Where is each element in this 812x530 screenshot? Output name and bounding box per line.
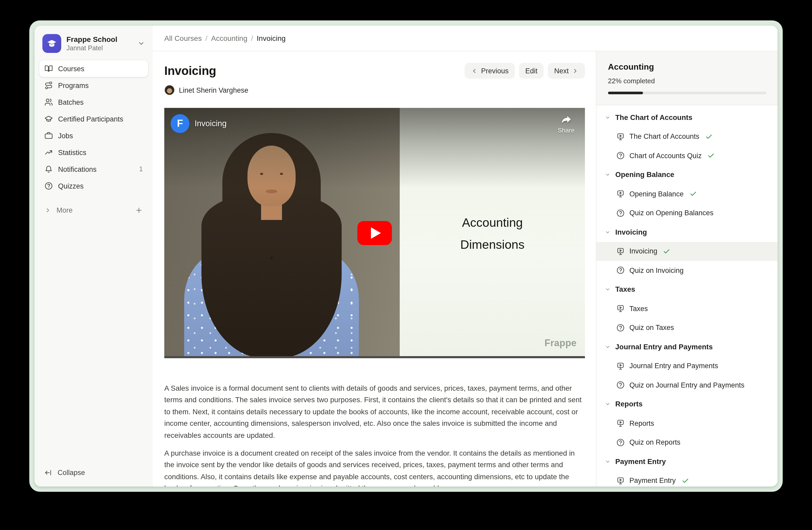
chevron-down-icon [605, 344, 611, 350]
lesson-item-quiz-on-journal-entry-and-payments[interactable]: Quiz on Journal Entry and Payments [596, 376, 778, 395]
page-title: Invoicing [164, 63, 216, 79]
monitor-play-icon [616, 132, 625, 141]
play-button[interactable] [357, 221, 392, 245]
monitor-play-icon [616, 247, 625, 255]
breadcrumb: All Courses / Accounting / Invoicing [153, 26, 778, 51]
lesson-item-invoicing[interactable]: Invoicing [596, 242, 778, 261]
monitor-play-icon [616, 419, 625, 428]
school-logo [42, 34, 61, 53]
chevron-right-icon [572, 67, 579, 74]
workspace-user: Jannat Patel [67, 44, 117, 52]
breadcrumb-separator: / [251, 34, 253, 42]
notification-badge: 1 [139, 166, 143, 173]
outline-header: Accounting 22% completed [596, 51, 778, 105]
more-label: More [57, 206, 73, 214]
lesson-content: Invoicing Previous Edit Nex [153, 51, 596, 487]
play-icon [371, 227, 381, 239]
check-icon [707, 152, 715, 159]
check-icon [705, 133, 712, 140]
sidebar-menu: Courses Programs Batches Certified Parti… [39, 60, 148, 194]
chapter-header[interactable]: Journal Entry and Payments [596, 337, 778, 357]
sidebar-item-programs[interactable]: Programs [39, 77, 148, 94]
sidebar-item-batches[interactable]: Batches [39, 94, 148, 111]
quiz-icon [616, 324, 625, 332]
chapter-header[interactable]: Taxes [596, 280, 778, 299]
plus-icon[interactable] [135, 206, 143, 214]
monitor-play-icon [616, 190, 625, 198]
left-sidebar: Frappe School Jannat Patel Courses Progr… [34, 26, 153, 487]
outline-chapter-journal-entry-and-payments: Journal Entry and Payments Journal Entry… [596, 337, 778, 395]
lesson-item-quiz-on-reports[interactable]: Quiz on Reports [596, 433, 778, 452]
check-icon [681, 477, 689, 485]
video-watermark: Frappe [545, 338, 577, 349]
app-window: Frappe School Jannat Patel Courses Progr… [34, 26, 778, 487]
book-open-icon [44, 65, 53, 73]
sidebar-item-notifications[interactable]: Notifications 1 [39, 161, 148, 178]
sidebar-item-certified-participants[interactable]: Certified Participants [39, 111, 148, 127]
outline-chapter-payment-entry: Payment Entry Payment Entry [596, 452, 778, 487]
edit-button[interactable]: Edit [519, 63, 544, 79]
lesson-item-quiz-on-opening-balances[interactable]: Quiz on Opening Balances [596, 204, 778, 223]
collapse-label: Collapse [58, 469, 85, 476]
lesson-item-the-chart-of-accounts[interactable]: The Chart of Accounts [596, 127, 778, 146]
route-icon [44, 81, 53, 89]
share-button[interactable]: Share [558, 115, 575, 134]
chapter-header[interactable]: The Chart of Accounts [596, 108, 778, 127]
lesson-item-chart-of-accounts-quiz[interactable]: Chart of Accounts Quiz [596, 146, 778, 165]
chevron-right-icon [44, 207, 51, 213]
lesson-item-journal-entry-and-payments[interactable]: Journal Entry and Payments [596, 357, 778, 376]
quiz-icon [616, 209, 625, 217]
lesson-item-reports[interactable]: Reports [596, 414, 778, 433]
progress-fill [608, 92, 643, 94]
lesson-item-opening-balance[interactable]: Opening Balance [596, 184, 778, 204]
author-name: Linet Sherin Varghese [179, 86, 248, 94]
trending-up-icon [44, 148, 53, 157]
sidebar-item-quizzes[interactable]: Quizzes [39, 178, 148, 194]
desktop-background: Frappe School Jannat Patel Courses Progr… [0, 0, 812, 530]
check-icon [689, 190, 697, 198]
breadcrumb-course[interactable]: Accounting [211, 34, 247, 42]
monitor-play-icon [616, 477, 625, 485]
breadcrumb-all-courses[interactable]: All Courses [164, 34, 202, 42]
chapter-header[interactable]: Opening Balance [596, 165, 778, 184]
video-player[interactable]: Accounting Dimensions F Invoicing [164, 108, 585, 358]
quiz-icon [616, 152, 625, 160]
previous-button[interactable]: Previous [465, 63, 515, 79]
chapter-header[interactable]: Invoicing [596, 223, 778, 242]
chevron-down-icon [605, 115, 611, 121]
progress-bar [608, 92, 767, 94]
lesson-item-quiz-on-taxes[interactable]: Quiz on Taxes [596, 318, 778, 337]
chevron-down-icon [605, 172, 611, 178]
chapter-header[interactable]: Reports [596, 395, 778, 414]
lesson-item-payment-entry[interactable]: Payment Entry [596, 471, 778, 487]
next-button[interactable]: Next [548, 63, 585, 79]
chapter-header[interactable]: Payment Entry [596, 452, 778, 471]
lesson-item-taxes[interactable]: Taxes [596, 299, 778, 318]
sidebar-item-jobs[interactable]: Jobs [39, 127, 148, 144]
quiz-icon [616, 438, 625, 447]
video-title[interactable]: Invoicing [194, 119, 227, 128]
sidebar-more[interactable]: More [39, 201, 148, 219]
chevron-left-icon [471, 67, 478, 74]
check-icon [663, 248, 670, 255]
monitor-play-icon [616, 305, 625, 313]
workspace-switcher[interactable]: Frappe School Jannat Patel [39, 31, 148, 56]
lesson-item-quiz-on-invoicing[interactable]: Quiz on Invoicing [596, 261, 778, 280]
collapse-button[interactable]: Collapse [39, 464, 148, 480]
grad-cap-icon [44, 115, 53, 123]
sidebar-item-courses[interactable]: Courses [39, 60, 148, 77]
breadcrumb-separator: / [205, 34, 207, 42]
chevron-down-icon [137, 40, 145, 47]
breadcrumb-current: Invoicing [257, 34, 286, 42]
outline-chapter-the-chart-of-accounts: The Chart of Accounts The Chart of Accou… [596, 108, 778, 165]
sidebar-item-statistics[interactable]: Statistics [39, 144, 148, 161]
quiz-icon [616, 381, 625, 389]
course-outline: Accounting 22% completed The Chart of Ac… [596, 51, 778, 487]
channel-avatar[interactable]: F [171, 114, 189, 133]
outline-chapter-reports: Reports Reports Quiz on Reports [596, 395, 778, 452]
outline-chapter-opening-balance: Opening Balance Opening Balance Quiz on … [596, 165, 778, 223]
chevron-down-icon [605, 402, 611, 407]
collapse-sidebar-icon [44, 469, 52, 476]
chevron-down-icon [605, 459, 611, 464]
video-progress-bar[interactable] [164, 356, 585, 358]
